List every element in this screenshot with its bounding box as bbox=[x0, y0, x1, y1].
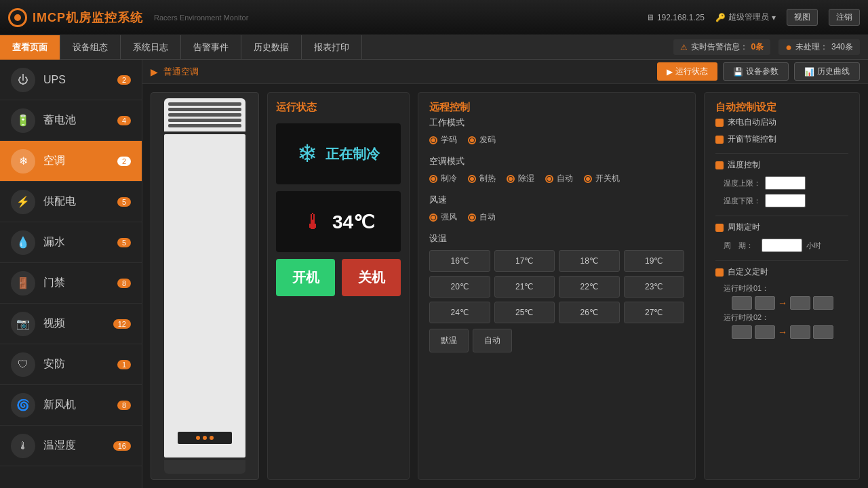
nav-item-alarm[interactable]: 告警事件 bbox=[181, 35, 241, 60]
radio-zidongfeng[interactable]: 自动 bbox=[468, 211, 496, 223]
checkbox-window-energy[interactable]: 开窗节能控制 bbox=[715, 134, 848, 145]
power-on-button[interactable]: 开机 bbox=[276, 259, 335, 296]
process-badge: ● 未处理： 340条 bbox=[778, 39, 860, 55]
radio-kaiguanji[interactable]: 开关机 bbox=[584, 173, 620, 184]
run-period-02-hour-end[interactable] bbox=[790, 325, 810, 339]
temp-btn-26[interactable]: 26℃ bbox=[559, 302, 620, 323]
sidebar-item-ups[interactable]: ⏻ UPS 2 bbox=[0, 60, 142, 100]
ac-mode-radio-group: 制冷 制热 除湿 自动 bbox=[429, 173, 684, 184]
radio-dot-fama bbox=[468, 136, 476, 144]
special-buttons: 默温 自动 bbox=[429, 329, 684, 352]
radio-zhileng[interactable]: 制冷 bbox=[429, 173, 457, 184]
checkbox-timer[interactable]: 周期定时 bbox=[715, 222, 848, 233]
temp-btn-25[interactable]: 25℃ bbox=[494, 302, 555, 323]
auto-panel: 自动控制设定 来电自动启动 开窗节能控制 bbox=[704, 92, 860, 480]
temp-btn-23[interactable]: 23℃ bbox=[624, 276, 685, 298]
run-period-02-hour-start[interactable] bbox=[732, 325, 752, 339]
history-curve-button[interactable]: 📊 历史曲线 bbox=[794, 62, 860, 81]
period-input[interactable] bbox=[762, 239, 802, 252]
radio-zidong[interactable]: 自动 bbox=[545, 173, 573, 184]
temp-btn-20[interactable]: 20℃ bbox=[429, 276, 490, 298]
view-button[interactable]: 视图 bbox=[787, 9, 818, 26]
run-period-01-min-start[interactable] bbox=[755, 296, 775, 310]
run-period-02-min-end[interactable] bbox=[813, 325, 833, 339]
sidebar-item-battery[interactable]: 🔋 蓄电池 4 bbox=[0, 100, 142, 141]
logout-button[interactable]: 注销 bbox=[829, 9, 860, 26]
power-off-button[interactable]: 关机 bbox=[342, 259, 401, 296]
ac-bottom bbox=[164, 460, 245, 474]
run-status-button[interactable]: ▶ 运行状态 bbox=[657, 62, 717, 81]
sidebar-item-security[interactable]: 🛡 安防 1 bbox=[0, 344, 142, 385]
checkbox-icon-temp bbox=[715, 161, 724, 169]
radio-xuema[interactable]: 学码 bbox=[429, 134, 457, 146]
radio-label-zidongfeng: 自动 bbox=[479, 211, 496, 223]
device-params-button[interactable]: 💾 设备参数 bbox=[723, 62, 789, 81]
radio-label-zhire: 制热 bbox=[479, 173, 496, 184]
temp-buttons-grid: 16℃ 17℃ 18℃ 19℃ 20℃ 21℃ 22℃ 23℃ 24℃ 25℃ … bbox=[429, 250, 684, 323]
status-panel: 运行状态 ❄ 正在制冷 🌡 34℃ 开机 关机 bbox=[267, 92, 410, 480]
sidebar-item-water[interactable]: 💧 漏水 5 bbox=[0, 222, 142, 263]
nav-item-view[interactable]: 查看页面 bbox=[0, 35, 60, 60]
default-temp-btn[interactable]: 默温 bbox=[429, 329, 469, 352]
checkbox-power-on[interactable]: 来电自动启动 bbox=[715, 117, 848, 128]
temp-lower-row: 温度下限： bbox=[715, 194, 848, 207]
display-dot-2 bbox=[203, 436, 207, 440]
radio-fama[interactable]: 发码 bbox=[468, 134, 496, 146]
run-period-01-hour-start[interactable] bbox=[732, 296, 752, 310]
power-icon: ⚡ bbox=[11, 190, 35, 214]
run-period-01-min-end[interactable] bbox=[813, 296, 833, 310]
temp-btn-16[interactable]: 16℃ bbox=[429, 250, 490, 272]
run-period-02-min-start[interactable] bbox=[755, 325, 775, 339]
cooling-text: 正在制冷 bbox=[326, 145, 380, 163]
run-period-01-hour-end[interactable] bbox=[790, 296, 810, 310]
radio-dot-zhire bbox=[468, 175, 476, 183]
sidebar-item-video[interactable]: 📷 视频 12 bbox=[0, 304, 142, 344]
sidebar-item-power[interactable]: ⚡ 供配电 5 bbox=[0, 182, 142, 222]
wind-section: 风速 强风 自动 bbox=[429, 194, 684, 223]
temp-btn-19[interactable]: 19℃ bbox=[624, 250, 685, 272]
sidebar-item-ac[interactable]: ❄ 空调 2 bbox=[0, 141, 142, 182]
auto-temp-btn[interactable]: 自动 bbox=[473, 329, 512, 352]
ac-mode-section: 空调模式 制冷 制热 除湿 bbox=[429, 155, 684, 184]
header: IMCP机房监控系统 Racers Environment Monitor 🖥 … bbox=[0, 0, 868, 35]
checkbox-icon-self-timer bbox=[715, 268, 724, 277]
temp-btn-17[interactable]: 17℃ bbox=[494, 250, 555, 272]
temp-lower-input[interactable] bbox=[765, 194, 806, 207]
run-period-02-label: 运行时段02： bbox=[724, 312, 848, 323]
temp-upper-input[interactable] bbox=[765, 176, 806, 190]
radio-qiangfeng[interactable]: 强风 bbox=[429, 211, 457, 223]
temp-btn-18[interactable]: 18℃ bbox=[559, 250, 620, 272]
nav-item-device[interactable]: 设备组态 bbox=[60, 35, 121, 60]
radio-chushi[interactable]: 除湿 bbox=[507, 173, 534, 184]
temp-lower-label: 温度下限： bbox=[724, 196, 761, 206]
content-body: 运行状态 ❄ 正在制冷 🌡 34℃ 开机 关机 远程控制 bbox=[142, 84, 868, 488]
work-mode-section: 工作模式 学码 发码 bbox=[429, 117, 684, 146]
checkbox-self-timer[interactable]: 自定义定时 bbox=[715, 266, 848, 278]
wind-label: 风速 bbox=[429, 194, 684, 206]
checkbox-temp-control[interactable]: 温度控制 bbox=[715, 159, 848, 171]
temp-upper-row: 温度上限： bbox=[715, 176, 848, 190]
sidebar-badge-water: 5 bbox=[117, 238, 131, 247]
sidebar-badge-ventilator: 8 bbox=[117, 401, 131, 410]
sidebar-label-power: 供配电 bbox=[43, 195, 109, 209]
arrow-icon-1: → bbox=[778, 298, 787, 308]
temp-btn-22[interactable]: 22℃ bbox=[559, 276, 620, 298]
nav-item-history[interactable]: 历史数据 bbox=[241, 35, 302, 60]
sidebar-item-door[interactable]: 🚪 门禁 8 bbox=[0, 263, 142, 304]
temp-btn-21[interactable]: 21℃ bbox=[494, 276, 555, 298]
radio-label-fama: 发码 bbox=[479, 134, 496, 146]
nav-label-log: 系统日志 bbox=[133, 41, 168, 54]
temp-btn-24[interactable]: 24℃ bbox=[429, 302, 490, 323]
logo-icon bbox=[8, 8, 27, 27]
vent-line-2 bbox=[168, 108, 241, 111]
nav-item-report[interactable]: 报表打印 bbox=[302, 35, 362, 60]
sidebar-item-ventilator[interactable]: 🌀 新风机 8 bbox=[0, 385, 142, 426]
radio-zhire[interactable]: 制热 bbox=[468, 173, 496, 184]
nav-item-log[interactable]: 系统日志 bbox=[121, 35, 181, 60]
remote-panel: 远程控制 工作模式 学码 发码 bbox=[418, 92, 696, 480]
temp-btn-27[interactable]: 27℃ bbox=[624, 302, 685, 323]
ups-icon: ⏻ bbox=[11, 68, 35, 92]
remote-title: 远程控制 bbox=[429, 101, 684, 114]
divider-1 bbox=[715, 153, 848, 154]
sidebar-item-temp-humidity[interactable]: 🌡 温湿度 16 bbox=[0, 426, 142, 466]
